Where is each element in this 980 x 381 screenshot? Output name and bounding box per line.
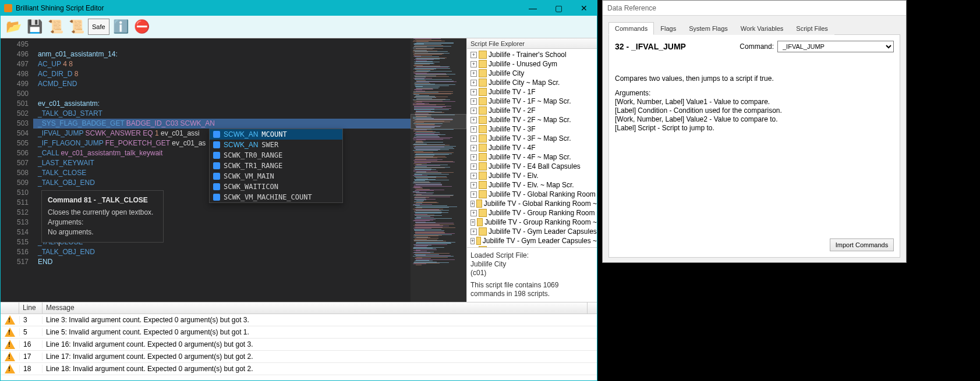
autocomplete-item[interactable]: SCWK_VM_MACHINE_COUNT [210,192,342,202]
hover-tooltip: Command 81 - _TALK_CLOSE Closes the curr… [41,190,164,243]
error-row[interactable]: 17Line 17: Invalid argument count. Expec… [1,351,597,363]
tab-system-flags[interactable]: System Flags [682,22,734,35]
error-row[interactable]: 3Line 3: Invalid argument count. Expecte… [1,314,597,326]
script-file-icon [479,134,487,143]
expand-icon[interactable]: + [470,210,477,216]
footer-stats: This script file contains 1069 commands … [470,281,593,298]
tree-item[interactable]: +Jubilife TV - Group Ranking Room ~ [467,218,597,227]
autocomplete-item[interactable]: SCWK_WAITICON [210,181,342,192]
symbol-icon [213,141,220,148]
expand-icon[interactable]: + [470,108,477,114]
tree-item[interactable]: +Jubilife - Trainer's School [467,50,597,59]
expand-icon[interactable]: + [470,173,477,179]
tree-item[interactable]: +Jubilife TV - Gym Leader Capsules ~ [467,236,597,245]
tree-item[interactable]: +Jubilife TV - E4 Ball Capsules [467,162,597,171]
tree-item[interactable]: +Jubilife TV - Global Ranking Room ~ [467,199,597,208]
command-select[interactable]: _IFVAL_JUMP [777,41,894,52]
tree-item[interactable]: +Jubilife TV - 2F ~ Map Scr. [467,115,597,124]
warning-icon [5,340,15,349]
explorer-header: Script File Explorer [467,38,597,49]
explorer-tree[interactable]: +Jubilife - Trainer's School+Jubilife - … [467,49,597,247]
autocomplete-item[interactable]: SCWK_ANSWER [210,140,342,150]
col-line[interactable]: Line [19,302,43,314]
expand-icon[interactable]: + [470,98,477,105]
expand-icon[interactable]: + [470,70,477,77]
maximize-button[interactable]: ▢ [546,1,571,16]
autocomplete-popup[interactable]: SCWK_ANMCOUNTSCWK_ANSWERSCWK_TR0_RANGESC… [209,129,343,203]
expand-icon[interactable]: + [470,117,477,123]
col-message[interactable]: Message [43,302,588,314]
autocomplete-item[interactable]: SCWK_VM_MAIN [210,171,342,181]
script-file-icon [479,125,487,133]
tree-item[interactable]: +Jubilife TV - Elv. ~ Map Scr. [467,180,597,190]
tree-item[interactable]: +Jubilife TV - 2F [467,106,597,115]
titlebar[interactable]: Brilliant Shining Script Editor — ▢ ✕ [1,1,597,16]
tab-work-variables[interactable]: Work Variables [734,22,790,35]
script-file-icon [479,97,487,105]
expand-icon[interactable]: + [470,89,477,95]
tree-item[interactable]: +Jubilife TV - Global Ranking Room [467,190,597,199]
autocomplete-item[interactable]: SCWK_TR1_RANGE [210,161,342,171]
tab-commands[interactable]: Commands [608,22,654,35]
tree-item[interactable]: +Jubilife City [467,69,597,78]
expand-icon[interactable]: + [470,219,475,226]
script-file-icon [479,60,487,68]
error-row[interactable]: 16Line 16: Invalid argument count. Expec… [1,339,597,351]
errors-list[interactable]: 3Line 3: Invalid argument count. Expecte… [1,314,597,380]
autocomplete-item[interactable]: SCWK_ANMCOUNT [210,129,342,140]
close-button[interactable]: ✕ [571,1,597,16]
tree-item[interactable]: +Jubilife TV - 1F [467,87,597,97]
expand-icon[interactable]: + [470,182,477,188]
expand-icon[interactable]: + [470,154,477,161]
tree-item[interactable]: +Jubilife TV - 4F ~ Map Scr. [467,152,597,162]
save-icon[interactable]: 💾 [25,17,44,36]
autocomplete-item[interactable]: SCWK_TR0_RANGE [210,150,342,161]
tab-content: 32 - _IFVAL_JUMP Command: _IFVAL_JUMP Co… [608,35,900,258]
info-icon[interactable]: ℹ️ [112,17,130,36]
import-commands-button[interactable]: Import Commands [830,238,894,251]
expand-icon[interactable]: + [470,52,477,58]
tree-item[interactable]: +Jubilife TV - 3F [467,124,597,134]
tree-item[interactable]: +Jubilife TV - 3F ~ Map Scr. [467,134,597,143]
minimap[interactable] [411,38,466,302]
expand-icon[interactable]: + [470,191,477,198]
window-gap [597,0,602,381]
expand-icon[interactable]: + [470,238,475,244]
tree-item[interactable]: +Jubilife TV - 1F ~ Map Scr. [467,97,597,106]
tree-item[interactable]: +Jubilife - Unused Gym [467,59,597,69]
tab-flags[interactable]: Flags [654,22,682,35]
expand-icon[interactable]: + [470,163,477,170]
errors-panel: Line Message 3Line 3: Invalid argument c… [1,302,597,380]
tab-script-files[interactable]: Script Files [790,22,834,35]
reference-title[interactable]: Data Reference [603,1,906,16]
tree-item[interactable]: +Jubilife TV - Elv. [467,171,597,180]
expand-icon[interactable]: + [470,61,477,67]
footer-id: (c01) [470,269,593,277]
expand-icon[interactable]: + [470,229,477,235]
script-file-icon [479,116,487,124]
expand-icon[interactable]: + [470,126,477,133]
script-icon[interactable]: 📜 [46,17,65,36]
error-row[interactable]: 18Line 18: Invalid argument count. Expec… [1,363,597,375]
tooltip-line: Arguments: [48,218,157,227]
safe-button[interactable]: Safe [88,19,109,35]
expand-icon[interactable]: + [470,80,477,86]
expand-icon[interactable]: + [470,136,477,142]
tree-item[interactable]: +Jubilife City ~ Map Scr. [467,78,597,87]
error-icon[interactable]: ⛔ [133,17,151,36]
line-gutter: 4954964974984995005015025035045055065075… [1,38,33,302]
tree-item[interactable]: +Jubilife TV - Group Ranking Room [467,208,597,218]
expand-icon[interactable]: + [470,145,477,151]
app-icon [4,4,12,12]
command-desc: Compares two values, then jumps to a scr… [615,74,894,133]
symbol-icon [213,194,220,201]
script-alt-icon[interactable]: 📜 [67,17,86,36]
expand-icon[interactable]: + [470,201,475,207]
tree-item[interactable]: +Jubilife TV - 4F [467,143,597,152]
minimize-button[interactable]: — [520,1,546,16]
symbol-icon [213,183,220,190]
open-icon[interactable]: 📂 [4,17,23,36]
tree-item[interactable]: +Jubilife TV - Gym Leader Capsules [467,227,597,236]
error-row[interactable]: 5Line 5: Invalid argument count. Expecte… [1,326,597,339]
code-panel: 4954964974984995005015025035045055065075… [1,38,466,302]
